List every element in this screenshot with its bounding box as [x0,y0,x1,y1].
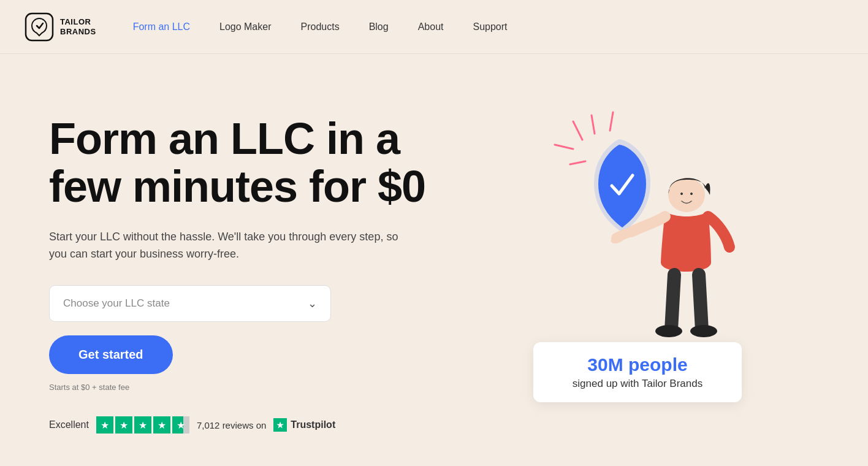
trustpilot-rating-label: Excellent [49,419,89,430]
hero-subtitle: Start your LLC without the hassle. We'll… [49,228,405,264]
nav-links: Form an LLC Logo Maker Products Blog Abo… [133,21,508,32]
price-note: Starts at $0 + state fee [49,383,478,392]
nav-about[interactable]: About [418,21,444,32]
trustpilot-stars: ★ ★ ★ ★ ★ [96,416,189,434]
svg-line-1 [573,121,582,140]
social-proof-card: 30M people signed up with Tailor Brands [533,342,742,402]
hero-illustration [521,103,754,348]
navbar: TAILOR BRANDS Form an LLC Logo Maker Pro… [0,0,868,54]
trustpilot-row: Excellent ★ ★ ★ ★ ★ 7,012 reviews on ★ T… [49,416,478,434]
social-proof-text: signed up with Tailor Brands [552,378,723,390]
state-selector-placeholder: Choose your LLC state [63,297,170,310]
review-count: 7,012 reviews on [197,420,266,430]
svg-point-6 [668,178,705,212]
svg-point-10 [655,325,682,337]
main-content: Form an LLC in a few minutes for $0 Star… [0,54,868,466]
star-3: ★ [134,416,151,434]
svg-line-2 [555,145,573,149]
social-proof-number: 30M people [552,354,723,375]
chevron-down-icon: ⌄ [308,297,317,310]
trustpilot-star-icon: ★ [273,418,287,432]
svg-line-5 [610,112,613,131]
hero-left: Form an LLC in a few minutes for $0 Star… [49,103,478,434]
brand-name: TAILOR BRANDS [60,17,96,36]
star-1: ★ [96,416,113,434]
svg-line-4 [592,115,595,134]
state-selector-dropdown[interactable]: Choose your LLC state ⌄ [49,285,331,322]
star-5-half: ★ [172,416,189,434]
nav-products[interactable]: Products [301,21,340,32]
hero-title: Form an LLC in a few minutes for $0 [49,115,478,211]
illustration [521,103,754,361]
nav-logo-maker[interactable]: Logo Maker [219,21,272,32]
get-started-button[interactable]: Get started [49,335,173,374]
svg-point-8 [690,193,693,195]
logo-link[interactable]: TAILOR BRANDS [25,12,96,42]
star-2: ★ [115,416,132,434]
svg-point-11 [690,325,717,337]
hero-right: 30M people signed up with Tailor Brands [515,103,760,402]
svg-point-7 [680,193,683,195]
nav-blog[interactable]: Blog [369,21,389,32]
trustpilot-platform: Trustpilot [291,419,335,430]
nav-form-llc[interactable]: Form an LLC [133,21,190,32]
trustpilot-logo: ★ Trustpilot [273,418,335,432]
svg-line-3 [570,161,585,164]
logo-icon [25,12,54,42]
star-4: ★ [153,416,170,434]
nav-support[interactable]: Support [473,21,507,32]
